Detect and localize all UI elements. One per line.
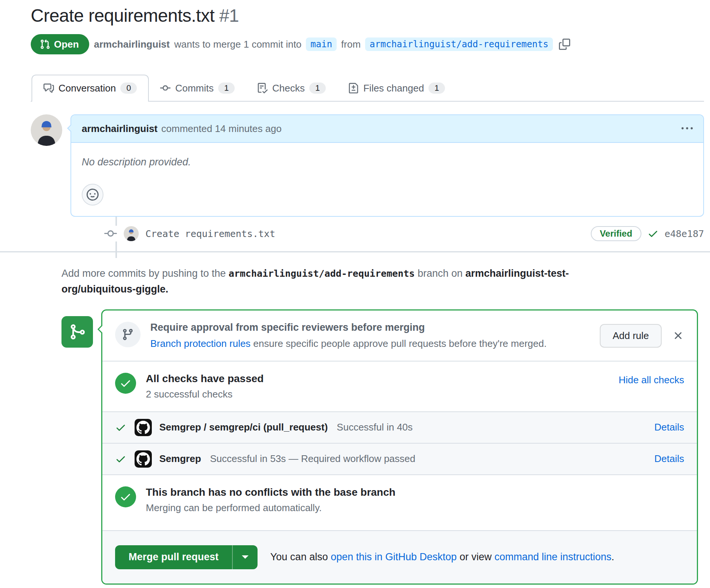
commit-sha[interactable]: e48e187 (665, 228, 704, 239)
check-icon (115, 453, 126, 465)
push-note-prefix: Add more commits by pushing to the (61, 268, 229, 279)
conflicts-text: This branch has no conflicts with the ba… (146, 486, 395, 514)
conflicts-section: This branch has no conflicts with the ba… (102, 475, 697, 530)
tab-checks[interactable]: Checks 1 (246, 75, 337, 101)
kebab-icon (682, 123, 693, 134)
comment-meta: commented 14 minutes ago (161, 123, 282, 135)
page-title: Create requirements.txt #1 (31, 5, 704, 26)
tab-label: Commits (175, 82, 214, 94)
from-text: from (341, 39, 361, 50)
merge-pull-request-button[interactable]: Merge pull request (115, 545, 258, 569)
tab-files-changed[interactable]: Files changed 1 (337, 75, 456, 101)
merge-box: Require approval from specific reviewers… (101, 309, 698, 585)
comment-discussion-icon (43, 83, 54, 93)
command-line-link[interactable]: command line instructions (494, 551, 611, 562)
base-branch-pill[interactable]: main (306, 38, 337, 51)
dismiss-rule-button[interactable] (672, 330, 684, 342)
file-diff-icon (348, 83, 359, 93)
pr-state-label: Open (54, 39, 79, 50)
commit-right: Verified e48e187 (591, 226, 704, 241)
comment-author[interactable]: armchairlinguist (82, 123, 157, 135)
commit-row: Create requirements.txt Verified e48e187 (31, 217, 704, 251)
x-icon (672, 330, 684, 342)
github-mark-icon (135, 419, 152, 436)
comment-wrap: armchairlinguist commented 14 minutes ag… (31, 114, 704, 217)
tab-conversation[interactable]: Conversation 0 (31, 75, 149, 102)
push-note-branch: armchairlinguist/add-requirements (229, 268, 415, 279)
pr-number: #1 (219, 6, 239, 26)
comment-text: No description provided. (82, 156, 693, 168)
success-check-icon (115, 486, 136, 507)
or-text: or view (457, 551, 494, 562)
comment-header: armchairlinguist commented 14 minutes ag… (71, 115, 703, 143)
pr-state-badge: Open (31, 34, 89, 54)
check-icon (647, 228, 659, 239)
comment-menu-button[interactable] (682, 123, 693, 134)
check-icon (115, 422, 126, 433)
user-avatar-image (124, 226, 139, 241)
push-note: Add more commits by pushing to the armch… (31, 252, 593, 297)
tab-label: Conversation (58, 82, 116, 94)
pr-action-text: wants to merge 1 commit into (174, 39, 302, 50)
tab-label: Files changed (363, 82, 424, 94)
also-prefix: You can also (270, 551, 331, 562)
branch-rule-section: Require approval from specific reviewers… (102, 310, 697, 361)
user-avatar-image (31, 114, 62, 146)
git-merge-icon (61, 316, 93, 348)
tab-commits[interactable]: Commits 1 (149, 75, 246, 101)
merge-area: Require approval from specific reviewers… (61, 309, 698, 585)
details-link[interactable]: Details (655, 422, 684, 433)
checklist-icon (257, 83, 268, 93)
branch-rule-title: Require approval from specific reviewers… (150, 322, 547, 333)
hide-all-checks-link[interactable]: Hide all checks (619, 374, 684, 386)
git-pull-request-icon (40, 39, 50, 50)
branch-rule-desc: ensure specific people approve pull requ… (250, 338, 547, 349)
merge-alternatives: You can also open this in GitHub Desktop… (270, 551, 614, 563)
merge-button-label: Merge pull request (115, 545, 232, 569)
conflicts-title: This branch has no conflicts with the ba… (146, 486, 395, 498)
merge-bar: Merge pull request You can also open thi… (102, 531, 697, 584)
pr-title-text: Create requirements.txt (31, 6, 214, 26)
merge-options-dropdown[interactable] (232, 545, 258, 569)
pr-timeline: armchairlinguist commented 14 minutes ag… (31, 102, 704, 251)
success-check-icon (115, 373, 136, 394)
pr-tabnav: Conversation 0 Commits 1 Checks 1 Files … (31, 75, 704, 102)
add-reaction-button[interactable] (82, 184, 103, 206)
details-link[interactable]: Details (655, 453, 684, 464)
check-row: Semgrep / semgrep/ci (pull_request) Succ… (102, 412, 697, 443)
branch-protection-rules-link[interactable]: Branch protection rules (150, 338, 250, 349)
commit-area: Create requirements.txt Verified e48e187 (31, 217, 704, 251)
github-desktop-link[interactable]: open this in GitHub Desktop (331, 551, 457, 562)
period: . (611, 551, 614, 562)
checks-summary-subtitle: 2 successful checks (146, 388, 264, 400)
branch-rule-text: Require approval from specific reviewers… (150, 322, 547, 350)
checks-summary-text: All checks have passed 2 successful chec… (146, 373, 264, 400)
commit-author-avatar[interactable] (124, 226, 139, 241)
add-rule-button[interactable]: Add rule (600, 324, 662, 348)
push-note-period: . (165, 284, 168, 295)
conflicts-subtitle: Merging can be performed automatically. (146, 502, 395, 514)
git-commit-icon (104, 226, 117, 242)
check-status: Successful in 40s (337, 422, 412, 433)
comment-body: No description provided. (71, 143, 703, 216)
git-branch-icon (115, 322, 141, 347)
comment-box: armchairlinguist commented 14 minutes ag… (70, 114, 704, 217)
pr-meta-row: Open armchairlinguist wants to merge 1 c… (31, 34, 704, 54)
tab-counter: 1 (428, 82, 445, 94)
commit-message[interactable]: Create requirements.txt (145, 228, 275, 239)
check-status: Successful in 53s — Required workflow pa… (210, 453, 415, 465)
tab-counter: 0 (120, 82, 137, 94)
tab-counter: 1 (218, 82, 235, 94)
pr-page: Create requirements.txt #1 Open armchair… (0, 0, 710, 585)
checks-summary-section: All checks have passed 2 successful chec… (102, 362, 697, 411)
branch-rule-subtitle: Branch protection rules ensure specific … (150, 338, 547, 350)
pr-author[interactable]: armchairlinguist (94, 39, 169, 50)
check-row: Semgrep Successful in 53s — Required wor… (102, 444, 697, 474)
head-branch-pill[interactable]: armchairlinguist/add-requirements (365, 38, 553, 51)
github-mark-icon (135, 450, 152, 468)
checks-summary-title: All checks have passed (146, 373, 264, 385)
tab-label: Checks (272, 82, 305, 94)
copy-branch-button[interactable] (559, 39, 570, 50)
avatar[interactable] (31, 114, 62, 146)
verified-badge[interactable]: Verified (591, 226, 641, 241)
